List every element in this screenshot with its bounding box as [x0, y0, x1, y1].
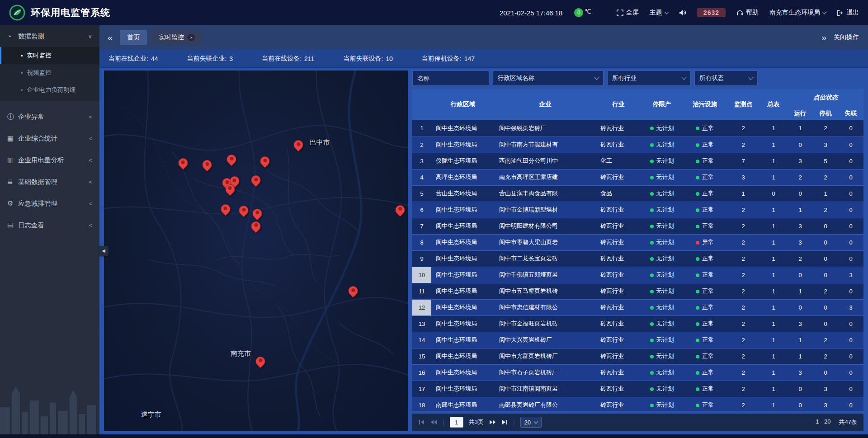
tabs-scroll-right-icon[interactable] [819, 33, 829, 42]
table-row[interactable]: 15阆中生态环境局阆中市光富页岩机砖厂砖瓦行业无计划正常21120 [412, 348, 863, 364]
table-row[interactable]: 17阆中生态环境局阆中市江南镇阆南页岩砖瓦行业无计划正常21030 [412, 381, 863, 397]
page-number-input[interactable] [450, 417, 463, 428]
chevron-down-icon [534, 419, 538, 424]
cell-stop: 3 [813, 381, 838, 397]
sidebar-item-label: 基础数据管理 [18, 178, 89, 186]
page-size-select[interactable]: 20 [520, 417, 542, 428]
cell-idx: 3 [412, 153, 431, 169]
industry-filter-select[interactable]: 所有行业 [607, 71, 691, 86]
tabs-scroll-left-icon[interactable] [105, 33, 115, 42]
table-row[interactable]: 3仪陇生态环境局西南油气田分公司川中化工无计划正常71350 [412, 153, 863, 169]
map-pin[interactable] [251, 175, 261, 185]
cell-region: 阆中生态环境局 [431, 283, 495, 299]
alarm-count-badge[interactable]: 2632 [697, 8, 726, 17]
datetime: 2021-02-25 17:46:18 [500, 9, 562, 17]
cell-points: 1 [727, 185, 760, 202]
separator: | [443, 419, 444, 426]
table-row[interactable]: 2阆中生态环境局阆中市南方节能建材有砖瓦行业无计划正常21030 [412, 137, 863, 153]
help-button[interactable]: 帮助 [736, 9, 759, 17]
separator: | [513, 419, 515, 426]
table-row[interactable]: 5营山生态环境局营山县润丰肉食品有限食品无计划正常10010 [412, 185, 863, 202]
cell-industry: 食品 [596, 185, 641, 202]
tab-home[interactable]: 首页 [120, 30, 147, 45]
sidebar-item-label: 企业用电量分析 [18, 156, 89, 165]
cell-company: 阆中市忠信建材有限公 [495, 299, 596, 316]
table-row[interactable]: 12阆中生态环境局阆中市忠信建材有限公砖瓦行业无计划正常21003 [412, 299, 863, 316]
main-area: 首页 实时监控 关闭操作 当前在线企业: 44 当前失联企业: 3 当前在线设备 [99, 25, 868, 434]
cell-total: 1 [760, 250, 788, 267]
map-canvas[interactable]: 巴中市南充市遂宁市 [104, 71, 408, 431]
sidebar-item-data-monitor[interactable]: 数据监测 [0, 25, 99, 47]
map-pin[interactable] [239, 206, 249, 215]
map-pin[interactable] [225, 184, 235, 194]
sidebar-item-company-abnormal[interactable]: 企业异常 [0, 106, 99, 127]
map-pin[interactable] [251, 221, 261, 231]
cell-total: 1 [760, 364, 788, 381]
map-pin[interactable] [203, 160, 212, 170]
sound-button[interactable] [679, 9, 686, 16]
region-filter-select[interactable]: 行政区域名称 [493, 71, 604, 86]
map-pin[interactable] [349, 286, 358, 296]
cell-industry: 砖瓦行业 [596, 169, 641, 185]
table-row[interactable]: 13阆中生态环境局阆中市金福旺页岩机砖砖瓦行业无计划正常21300 [412, 316, 863, 332]
logout-button[interactable]: 退出 [837, 9, 859, 17]
cell-stop: 3 [813, 137, 838, 153]
map-pin[interactable] [260, 156, 270, 166]
first-page-button[interactable] [419, 419, 425, 425]
cell-industry: 砖瓦行业 [596, 316, 641, 332]
sidebar-item-company-stats[interactable]: 企业综合统计 [0, 127, 99, 149]
map-pin[interactable] [178, 158, 188, 168]
chevron-collapsed-icon [89, 113, 92, 120]
stat-lost-devices: 当前失联设备: 10 [343, 55, 392, 63]
facility-status-dot [696, 160, 699, 163]
sidebar-item-video-monitor[interactable]: 视频监控 [0, 64, 99, 81]
cell-idx: 13 [412, 316, 431, 332]
table-row[interactable]: 8阆中生态环境局阆中市枣碧大梁山页岩砖瓦行业无计划异常21300 [412, 234, 863, 250]
sidebar-item-power-load-detail[interactable]: 企业电力负荷明细 [0, 81, 99, 99]
map-pin[interactable] [227, 155, 236, 164]
close-operations-button[interactable]: 关闭操作 [834, 33, 859, 42]
sidebar-item-realtime-monitor[interactable]: 实时监控 [0, 47, 99, 64]
table-row[interactable]: 7阆中生态环境局阆中明阳建材有限公司砖瓦行业无计划正常21300 [412, 218, 863, 234]
col-header-point-status: 点位状态 [788, 89, 863, 107]
table-row[interactable]: 10阆中生态环境局阆中千佛镇五郎垭页岩砖瓦行业无计划正常21003 [412, 267, 863, 283]
theme-dropdown[interactable]: 主题 [650, 9, 668, 17]
table-row[interactable]: 14阆中生态环境局阆中大兴页岩机砖厂砖瓦行业无计划正常21120 [412, 332, 863, 348]
limit-status-dot [650, 306, 654, 310]
status-filter-select[interactable]: 所有状态 [694, 71, 758, 86]
map-pin[interactable] [396, 205, 405, 215]
last-page-button[interactable] [501, 419, 508, 425]
map-pin[interactable] [256, 357, 265, 366]
map-pin[interactable] [253, 209, 262, 218]
name-filter-input[interactable] [412, 71, 489, 86]
cell-points: 2 [727, 332, 760, 348]
table-row[interactable]: 18南部生态环境局南部县页岩砖厂有限公砖瓦行业无计划正常21030 [412, 397, 863, 411]
table-row[interactable]: 11阆中生态环境局阆中市五马桥页岩机砖砖瓦行业无计划正常21120 [412, 283, 863, 299]
prev-page-button[interactable] [430, 419, 437, 425]
submenu-data-monitor: 实时监控 视频监控 企业电力负荷明细 [0, 47, 99, 101]
table-row[interactable]: 4高坪生态环境局南充市高坪区王家店建砖瓦行业无计划正常31220 [412, 169, 863, 185]
close-icon[interactable] [188, 34, 195, 41]
table-row[interactable]: 6阆中生态环境局阆中市金博瑞新型墙材砖瓦行业无计划正常21120 [412, 202, 863, 218]
next-page-button[interactable] [489, 419, 496, 425]
cell-run: 1 [788, 120, 813, 137]
table-row[interactable]: 16阆中生态环境局阆中市石子页岩机砖厂砖瓦行业无计划正常21300 [412, 364, 863, 381]
map-pin[interactable] [221, 204, 230, 214]
sidebar-item-base-data[interactable]: 基础数据管理 [0, 171, 99, 193]
org-dropdown[interactable]: 南充市生态环境局 [769, 9, 826, 17]
fullscreen-button[interactable]: 全屏 [617, 9, 639, 17]
table-row[interactable]: 9阆中生态环境局阆中市二龙长宝页岩砖砖瓦行业无计划正常21200 [412, 250, 863, 267]
sidebar-item-emergency-mgmt[interactable]: 应急减排管理 [0, 193, 99, 214]
cell-stop: 3 [813, 397, 838, 411]
table-body: 1阆中生态环境局阆中强锐页岩砖厂砖瓦行业无计划正常211202阆中生态环境局阆中… [412, 120, 863, 411]
sidebar-item-power-analysis[interactable]: 企业用电量分析 [0, 149, 99, 171]
table-row[interactable]: 1阆中生态环境局阆中强锐页岩砖厂砖瓦行业无计划正常21120 [412, 120, 863, 137]
cell-run: 1 [788, 283, 813, 299]
sidebar-item-log-view[interactable]: 日志查看 [0, 214, 99, 236]
panel-collapse-button[interactable] [99, 246, 108, 256]
map-pin[interactable] [294, 140, 303, 150]
cell-idx: 7 [412, 218, 431, 234]
cell-lost: 0 [838, 185, 863, 202]
cell-points: 2 [727, 316, 760, 332]
tab-realtime-monitor[interactable]: 实时监控 [151, 30, 202, 45]
